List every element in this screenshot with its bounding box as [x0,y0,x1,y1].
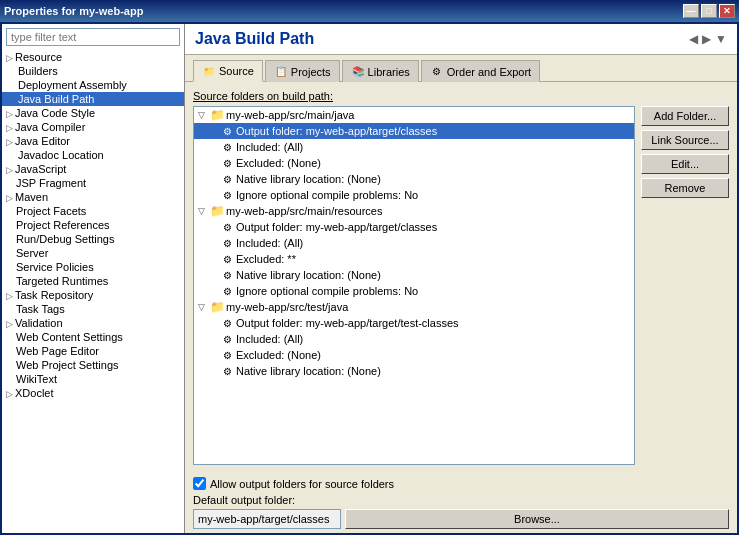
right-panel: Java Build Path ◀ ▶ ▼ 📁Source📋Projects📚L… [185,24,737,533]
expand-icon: ▷ [6,53,13,63]
dropdown-arrow[interactable]: ▼ [715,32,727,46]
nav-label: JSP Fragment [16,177,86,189]
nav-item-web-content[interactable]: Web Content Settings [2,330,184,344]
leaf-icon: ⚙ [220,348,234,362]
link-source-button[interactable]: Link Source... [641,130,729,150]
tab-label-projects: Projects [291,66,331,78]
tab-label-source: Source [219,65,254,77]
tree-label: Output folder: my-web-app/target/classes [236,125,437,137]
back-arrow[interactable]: ◀ [689,32,698,46]
nav-item-javascript[interactable]: ▷JavaScript [2,162,184,176]
tab-label-order: Order and Export [447,66,531,78]
leaf-icon: ⚙ [220,188,234,202]
nav-item-java-build-path[interactable]: Java Build Path [2,92,184,106]
nav-item-jsp-fragment[interactable]: JSP Fragment [2,176,184,190]
nav-item-web-project[interactable]: Web Project Settings [2,358,184,372]
tree-label: Native library location: (None) [236,173,381,185]
expand-icon: ▷ [6,193,13,203]
nav-item-java-code-style[interactable]: ▷Java Code Style [2,106,184,120]
nav-item-server[interactable]: Server [2,246,184,260]
nav-label: XDoclet [15,387,54,399]
expand-icon: ▷ [6,291,13,301]
nav-item-targeted-runtimes[interactable]: Targeted Runtimes [2,274,184,288]
tree-item-ignore-resources[interactable]: ⚙Ignore optional compile problems: No [194,283,634,299]
tab-label-libraries: Libraries [368,66,410,78]
tree-item-src-main-resources[interactable]: ▽📁my-web-app/src/main/resources [194,203,634,219]
nav-item-run-debug[interactable]: Run/Debug Settings [2,232,184,246]
nav-item-resource[interactable]: ▷Resource [2,50,184,64]
tab-source[interactable]: 📁Source [193,60,263,82]
tab-icon-order: ⚙ [430,65,444,79]
tree-item-included-test[interactable]: ⚙Included: (All) [194,331,634,347]
filter-input[interactable] [6,28,180,46]
tree-item-output-test[interactable]: ⚙Output folder: my-web-app/target/test-c… [194,315,634,331]
tab-projects[interactable]: 📋Projects [265,60,340,82]
add-folder-button[interactable]: Add Folder... [641,106,729,126]
title-bar: Properties for my-web-app — □ ✕ [0,0,739,22]
window-title: Properties for my-web-app [4,5,143,17]
edit-button[interactable]: Edit... [641,154,729,174]
tree-item-output-resources[interactable]: ⚙Output folder: my-web-app/target/classe… [194,219,634,235]
nav-item-task-tags[interactable]: Task Tags [2,302,184,316]
allow-output-label: Allow output folders for source folders [210,478,394,490]
maximize-button[interactable]: □ [701,4,717,18]
nav-label: Service Policies [16,261,94,273]
tab-libraries[interactable]: 📚Libraries [342,60,419,82]
nav-item-project-facets[interactable]: Project Facets [2,204,184,218]
allow-output-checkbox[interactable] [193,477,206,490]
tree-label: Included: (All) [236,333,303,345]
tree-item-included-resources[interactable]: ⚙Included: (All) [194,235,634,251]
tree-label: my-web-app/src/test/java [226,301,348,313]
nav-item-wikitext[interactable]: WikiText [2,372,184,386]
tree-item-included-main[interactable]: ⚙Included: (All) [194,139,634,155]
nav-item-validation[interactable]: ▷Validation [2,316,184,330]
tree-item-ignore-main[interactable]: ⚙Ignore optional compile problems: No [194,187,634,203]
tree-item-src-main-java[interactable]: ▽📁my-web-app/src/main/java [194,107,634,123]
default-folder-input[interactable] [193,509,341,529]
tree-item-excluded-resources[interactable]: ⚙Excluded: ** [194,251,634,267]
source-tree-container[interactable]: ▽📁my-web-app/src/main/java⚙Output folder… [193,106,635,465]
nav-item-project-refs[interactable]: Project References [2,218,184,232]
nav-label: Builders [18,65,58,77]
tree-item-excluded-test[interactable]: ⚙Excluded: (None) [194,347,634,363]
section-label: Source folders on build path: [193,90,729,102]
minimize-button[interactable]: — [683,4,699,18]
tree-item-excluded-main[interactable]: ⚙Excluded: (None) [194,155,634,171]
tree-item-src-test-java[interactable]: ▽📁my-web-app/src/test/java [194,299,634,315]
leaf-icon: ⚙ [220,316,234,330]
nav-item-javadoc[interactable]: Javadoc Location [2,148,184,162]
nav-label: Targeted Runtimes [16,275,108,287]
nav-item-task-repo[interactable]: ▷Task Repository [2,288,184,302]
nav-item-builders[interactable]: Builders [2,64,184,78]
tree-item-output-main[interactable]: ⚙Output folder: my-web-app/target/classe… [194,123,634,139]
forward-arrow[interactable]: ▶ [702,32,711,46]
tree-item-native-resources[interactable]: ⚙Native library location: (None) [194,267,634,283]
tab-strip: 📁Source📋Projects📚Libraries⚙Order and Exp… [185,55,737,82]
close-button[interactable]: ✕ [719,4,735,18]
tab-icon-libraries: 📚 [351,65,365,79]
tree-item-native-main[interactable]: ⚙Native library location: (None) [194,171,634,187]
tree-label: Included: (All) [236,141,303,153]
expand-icon: ▷ [6,389,13,399]
nav-item-deployment[interactable]: Deployment Assembly [2,78,184,92]
nav-label: Javadoc Location [18,149,104,161]
nav-item-java-editor[interactable]: ▷Java Editor [2,134,184,148]
remove-button[interactable]: Remove [641,178,729,198]
browse-button[interactable]: Browse... [345,509,729,529]
leaf-icon: ⚙ [220,172,234,186]
nav-tree: ▷ResourceBuildersDeployment AssemblyJava… [2,50,184,533]
tab-icon-projects: 📋 [274,65,288,79]
nav-item-service-policies[interactable]: Service Policies [2,260,184,274]
nav-label: Java Code Style [15,107,95,119]
expand-icon: ▷ [6,137,13,147]
tab-order[interactable]: ⚙Order and Export [421,60,540,82]
nav-item-java-compiler[interactable]: ▷Java Compiler [2,120,184,134]
leaf-icon: ⚙ [220,124,234,138]
nav-item-web-page-editor[interactable]: Web Page Editor [2,344,184,358]
tree-expand-icon: ▽ [198,206,208,216]
panel-header: Java Build Path ◀ ▶ ▼ [185,24,737,55]
nav-item-maven[interactable]: ▷Maven [2,190,184,204]
leaf-icon: ⚙ [220,156,234,170]
tree-item-native-test[interactable]: ⚙Native library location: (None) [194,363,634,379]
nav-item-xdoclet[interactable]: ▷XDoclet [2,386,184,400]
